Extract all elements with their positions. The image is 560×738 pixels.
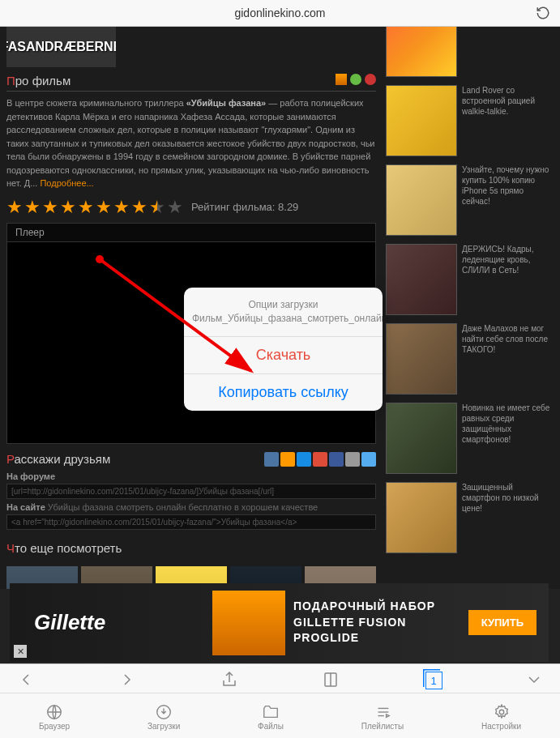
banner-text: ПОДАРОЧНЫЙ НАБОР GILLETTE FUSION PROGLID…	[285, 599, 468, 646]
playlists-tab[interactable]: Плейлисты	[361, 703, 404, 731]
sidebar-ad[interactable]: Защищенный смартфон по низкой цене!	[386, 482, 550, 553]
poster-title: FASANDRÆBERNE	[6, 40, 116, 54]
mailru-icon[interactable]	[297, 452, 311, 467]
safari-address-bar: gidonlinekino.com	[0, 0, 560, 27]
download-button[interactable]: Скачать	[184, 336, 383, 373]
ad-thumb	[386, 27, 457, 77]
sidebar-ad[interactable]: ДЕРЖИСЬ! Кадры, леденящие кровь, СЛИЛИ в…	[386, 244, 550, 315]
forum-bbcode-input[interactable]	[6, 484, 376, 499]
tabs-count: 1	[425, 672, 442, 689]
banner-logo: Gillette	[10, 610, 212, 635]
download-action-sheet: Опции загрузки Фильм_Убийцы_фазана_смотр…	[184, 288, 383, 411]
site-label: На сайте Убийцы фазана смотреть онлайн б…	[6, 502, 376, 512]
ad-thumb	[386, 85, 457, 156]
ad-text: Узнайте, почему нужно купить 100% копию …	[462, 164, 550, 236]
ad-text: Даже Малахов не мог найти себе слов посл…	[462, 323, 550, 395]
favorite-icon[interactable]	[365, 74, 376, 85]
vk-icon[interactable]	[264, 452, 279, 467]
gplus-icon[interactable]	[313, 452, 327, 467]
sidebar-ad[interactable]: Узнайте, почему нужно купить 100% копию …	[386, 164, 550, 236]
forward-icon[interactable]	[118, 670, 137, 689]
settings-tab[interactable]: Настройки	[481, 703, 521, 731]
rating-value: Рейтинг фильма: 8.29	[191, 201, 298, 213]
bookmarks-icon[interactable]	[321, 670, 340, 689]
clapper-icon[interactable]	[336, 74, 347, 85]
tabs-icon[interactable]: 1	[423, 670, 442, 689]
player-tab[interactable]: Плеер	[7, 224, 375, 242]
ok-icon[interactable]	[280, 452, 295, 467]
ad-text: Land Rover со встроенной рацией walkie-t…	[462, 85, 550, 156]
ad-thumb	[386, 482, 457, 553]
sidebar-ad[interactable]: Land Rover со встроенной рацией walkie-t…	[386, 85, 550, 156]
rec-heading: Что еще посмотреть	[6, 541, 376, 558]
copy-link-button[interactable]: Копировать ссылку	[184, 373, 383, 411]
site-html-input[interactable]	[6, 514, 376, 530]
svg-point-8	[499, 710, 504, 715]
svg-marker-7	[387, 714, 390, 717]
sidebar-ad[interactable]	[386, 27, 550, 77]
twitter-icon[interactable]	[361, 452, 376, 467]
ad-thumb	[386, 164, 457, 236]
rating-stars[interactable]: ★★★★★★★★★★ Рейтинг фильма: 8.29	[6, 197, 376, 218]
ad-thumb	[386, 244, 457, 315]
about-heading: Про фильм	[6, 74, 376, 92]
sidebar: Land Rover со встроенной рацией walkie-t…	[383, 27, 554, 589]
share-icon[interactable]	[220, 670, 239, 689]
sidebar-ad[interactable]: Даже Малахов не мог найти себе слов посл…	[386, 323, 550, 395]
ad-text: Новинка не имеет себе равных среди защищ…	[462, 403, 550, 474]
sidebar-ad[interactable]: Новинка не имеет себе равных среди защищ…	[386, 403, 550, 474]
refresh-icon[interactable]	[536, 6, 550, 20]
browser-tab[interactable]: Браузер	[39, 703, 70, 731]
movie-poster[interactable]: FASANDRÆBERNE	[6, 27, 116, 67]
ad-thumb	[386, 403, 457, 474]
movie-description: В центре сюжета криминального триллера «…	[6, 96, 376, 190]
share-heading: Расскажи друзьям	[6, 452, 264, 466]
files-tab[interactable]: Файлы	[258, 703, 284, 731]
app-bottom-bar: Браузер Загрузки Файлы Плейлисты Настрой…	[0, 693, 560, 738]
ad-thumb	[386, 323, 457, 395]
banner-product-image	[212, 591, 285, 655]
gillette-banner[interactable]: ✕ Gillette ПОДАРОЧНЫЙ НАБОР GILLETTE FUS…	[10, 583, 549, 662]
close-icon[interactable]: ✕	[14, 645, 27, 658]
facebook-icon[interactable]	[329, 452, 344, 467]
ad-text: Защищенный смартфон по низкой цене!	[462, 482, 550, 553]
chevron-down-icon[interactable]	[524, 670, 544, 689]
star-icon[interactable]	[350, 74, 361, 85]
more-link[interactable]: Подробнее...	[40, 178, 93, 188]
downloads-tab[interactable]: Загрузки	[147, 703, 180, 731]
action-sheet-header: Опции загрузки Фильм_Убийцы_фазана_смотр…	[184, 288, 383, 336]
buy-button[interactable]: КУПИТЬ	[468, 610, 536, 635]
safari-toolbar: 1	[0, 663, 560, 694]
ad-text: ДЕРЖИСЬ! Кадры, леденящие кровь, СЛИЛИ в…	[462, 244, 550, 315]
forum-label: На форуме	[6, 471, 376, 481]
back-icon[interactable]	[16, 670, 36, 689]
link-icon[interactable]	[345, 452, 360, 467]
url-text: gidonlinekino.com	[34, 6, 526, 19]
